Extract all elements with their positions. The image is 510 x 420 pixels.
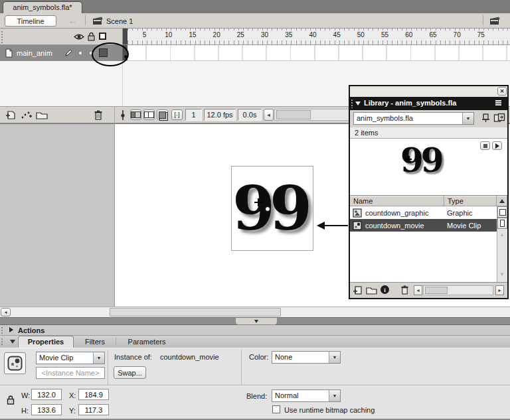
library-title-bar[interactable]: Library - anim_symbols.fla — [350, 97, 507, 110]
stage-symbol-99[interactable]: 99 — [232, 178, 312, 239]
library-options-menu-icon[interactable] — [495, 100, 503, 107]
properties-panel: Properties Filters Parameters Movie Clip… — [0, 336, 510, 420]
column-header-type[interactable]: Type — [444, 196, 497, 206]
center-frame-icon[interactable] — [120, 109, 126, 121]
timeline-scroll-left-button[interactable]: ◂ — [264, 109, 274, 121]
insert-layer-icon[interactable] — [5, 110, 17, 120]
library-grip[interactable] — [351, 99, 354, 108]
timeline-grip[interactable] — [1, 31, 4, 43]
chevron-down-icon[interactable]: ▼ — [93, 352, 104, 364]
swap-button[interactable]: Swap... — [114, 366, 146, 379]
new-folder-icon[interactable] — [366, 285, 377, 295]
y-input[interactable] — [78, 404, 109, 415]
new-library-panel-icon[interactable] — [493, 113, 505, 123]
scroll-down-chevron-icon[interactable]: ▼ — [499, 271, 505, 277]
layer-frames-strip[interactable] — [123, 45, 510, 61]
timeline-scrollbar-thumb[interactable] — [276, 110, 311, 119]
symbol-behavior-value: Movie Clip — [37, 352, 93, 364]
library-document-select[interactable]: anim_symbols.fla ▼ — [353, 112, 474, 125]
show-hide-all-layers-icon[interactable] — [74, 33, 84, 40]
narrow-library-view-button[interactable] — [497, 218, 507, 229]
library-scroll-up-button[interactable] — [497, 196, 507, 206]
preview-stop-icon[interactable] — [480, 141, 490, 150]
wide-library-view-button[interactable] — [497, 206, 507, 218]
blend-select[interactable]: Normal ▼ — [272, 389, 341, 402]
insert-layer-folder-icon[interactable] — [36, 110, 48, 120]
library-item-type: Movie Clip — [447, 222, 481, 230]
stage-scroll-left-button[interactable]: ◂ — [1, 308, 11, 316]
onion-skin-outlines-icon[interactable] — [143, 109, 155, 120]
scroll-up-chevron-icon[interactable]: ▲ — [499, 232, 505, 238]
delete-layer-trash-icon[interactable] — [94, 109, 103, 121]
tab-properties[interactable]: Properties — [18, 336, 74, 348]
document-tab[interactable]: anim_symbols.fla* — [3, 1, 82, 13]
library-hscrollbar-track[interactable] — [423, 285, 493, 295]
pasteboard[interactable] — [0, 124, 115, 307]
actions-grip[interactable] — [1, 326, 4, 334]
stage-hscrollbar[interactable]: ◂ — [0, 307, 510, 317]
column-header-name[interactable]: Name — [350, 196, 444, 206]
actions-panel-bar[interactable]: Actions — [0, 325, 510, 336]
ruler-number: 50 — [357, 31, 365, 38]
add-motion-guide-icon[interactable] — [21, 110, 33, 120]
playhead[interactable] — [123, 29, 128, 45]
frame-rate-indicator[interactable]: 12.0 fps — [204, 109, 236, 121]
color-value: None — [272, 352, 329, 363]
library-collapse-arrow-icon[interactable] — [355, 102, 361, 105]
layer-name[interactable]: main_anim — [17, 49, 52, 57]
onion-skin-icon[interactable] — [130, 109, 141, 120]
modify-onion-markers-icon[interactable]: [·] — [171, 109, 183, 120]
tab-filters[interactable]: Filters — [76, 336, 114, 348]
properties-collapse-arrow-icon[interactable] — [10, 340, 15, 344]
pin-library-icon[interactable] — [480, 113, 491, 123]
selected-instance-bounding-box[interactable]: 99 — [231, 166, 313, 251]
chevron-down-icon[interactable]: ▼ — [329, 390, 340, 401]
x-input[interactable] — [78, 389, 109, 400]
chevron-down-icon[interactable]: ▼ — [329, 352, 340, 363]
collapse-divider-button[interactable] — [235, 318, 278, 325]
layer-page-icon — [5, 48, 13, 58]
edit-scene-button-icon[interactable] — [489, 17, 500, 25]
width-input[interactable] — [31, 389, 62, 400]
library-scroll-left-button[interactable]: ◂ — [414, 285, 422, 295]
layer-visibility-dot[interactable] — [79, 52, 82, 54]
symbol-properties-info-icon[interactable]: i — [381, 285, 389, 294]
close-icon[interactable]: ✕ — [497, 87, 507, 96]
actions-expand-arrow-icon[interactable] — [9, 327, 13, 332]
scene-icon — [92, 17, 103, 25]
chevron-down-icon[interactable]: ▼ — [462, 113, 473, 124]
timeline-frame-ruler[interactable]: 51015202530354045505560657075 — [123, 29, 510, 45]
color-select[interactable]: None ▼ — [272, 351, 341, 364]
layers-frames-divider — [122, 61, 123, 106]
properties-tab-row: Properties Filters Parameters — [0, 336, 510, 348]
height-input[interactable] — [31, 404, 62, 415]
preview-play-icon[interactable] — [492, 141, 502, 150]
bitmap-caching-checkbox[interactable] — [272, 405, 280, 413]
elapsed-time-indicator: 0.0s — [238, 109, 262, 121]
delete-symbol-trash-icon[interactable] — [400, 285, 409, 295]
ruler-number: 65 — [429, 31, 436, 38]
lock-all-layers-icon[interactable] — [88, 32, 95, 41]
library-side-column: ▲ ▼ — [497, 206, 507, 282]
library-scroll-right-button[interactable]: ▸ — [495, 285, 504, 295]
library-row-countdown-movie[interactable]: countdown_movie Movie Clip — [350, 219, 497, 232]
edit-multiple-frames-icon[interactable] — [157, 109, 168, 120]
constrain-lock-icon[interactable] — [7, 395, 15, 405]
new-symbol-icon[interactable] — [353, 285, 363, 296]
ruler-number: 55 — [381, 31, 388, 38]
library-row-countdown-graphic[interactable]: countdown_graphic Graphic — [350, 206, 497, 219]
library-hscrollbar-thumb[interactable] — [425, 287, 448, 294]
transformation-point[interactable] — [265, 206, 270, 212]
show-layers-as-outlines-icon[interactable] — [99, 33, 106, 40]
properties-grip[interactable] — [1, 338, 4, 346]
instance-name-input[interactable] — [36, 367, 105, 379]
library-item-count-row: 2 items — [350, 127, 507, 139]
symbol-behavior-select[interactable]: Movie Clip ▼ — [36, 352, 105, 364]
ruler-number: 20 — [213, 31, 220, 38]
timeline-button[interactable]: Timeline — [5, 15, 56, 27]
stage-scrollbar-thumb[interactable] — [110, 308, 281, 316]
pencil-edit-icon — [64, 48, 73, 57]
back-arrow-icon[interactable]: ← — [68, 16, 77, 26]
movie-clip-symbol-icon — [4, 352, 26, 374]
tab-parameters[interactable]: Parameters — [118, 336, 175, 348]
